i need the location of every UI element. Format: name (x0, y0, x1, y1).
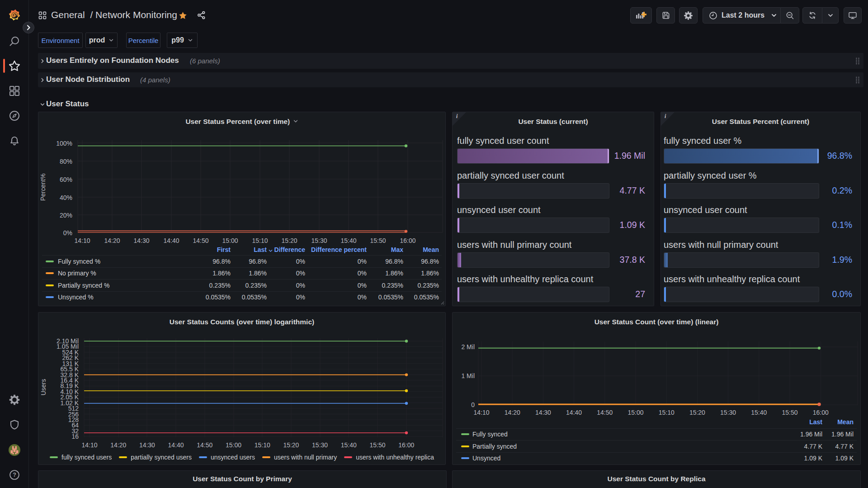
svg-text:15:10: 15:10 (659, 409, 675, 416)
svg-text:15:00: 15:00 (627, 409, 643, 416)
svg-text:14:40: 14:40 (566, 409, 582, 416)
svg-text:14:50: 14:50 (597, 409, 613, 416)
svg-text:15:50: 15:50 (369, 441, 385, 449)
svg-text:14:10: 14:10 (81, 441, 97, 449)
svg-text:16:00: 16:00 (398, 441, 414, 449)
svg-text:15:20: 15:20 (689, 409, 705, 416)
svg-text:1 Mil: 1 Mil (461, 372, 475, 379)
svg-text:15:40: 15:40 (751, 409, 767, 416)
svg-text:14:30: 14:30 (535, 409, 551, 416)
svg-text:14:30: 14:30 (139, 441, 155, 449)
svg-text:14:20: 14:20 (110, 441, 126, 449)
svg-text:14:20: 14:20 (505, 409, 520, 416)
svg-text:?: ? (13, 472, 16, 478)
svg-text:15:30: 15:30 (312, 441, 328, 449)
svg-text:14:40: 14:40 (168, 441, 184, 449)
svg-text:0: 0 (471, 401, 475, 408)
svg-text:16:00: 16:00 (813, 409, 829, 416)
svg-text:15:20: 15:20 (283, 441, 299, 449)
svg-text:15:50: 15:50 (782, 409, 797, 416)
svg-text:2 Mil: 2 Mil (461, 343, 475, 351)
svg-text:14:50: 14:50 (197, 441, 212, 449)
svg-text:15:40: 15:40 (341, 441, 357, 449)
svg-text:16: 16 (71, 433, 79, 440)
svg-text:14:10: 14:10 (473, 409, 489, 416)
svg-text:15:10: 15:10 (255, 441, 270, 449)
svg-text:Users: Users (40, 379, 47, 396)
svg-text:15:30: 15:30 (720, 409, 736, 416)
svg-text:15:00: 15:00 (226, 441, 241, 449)
